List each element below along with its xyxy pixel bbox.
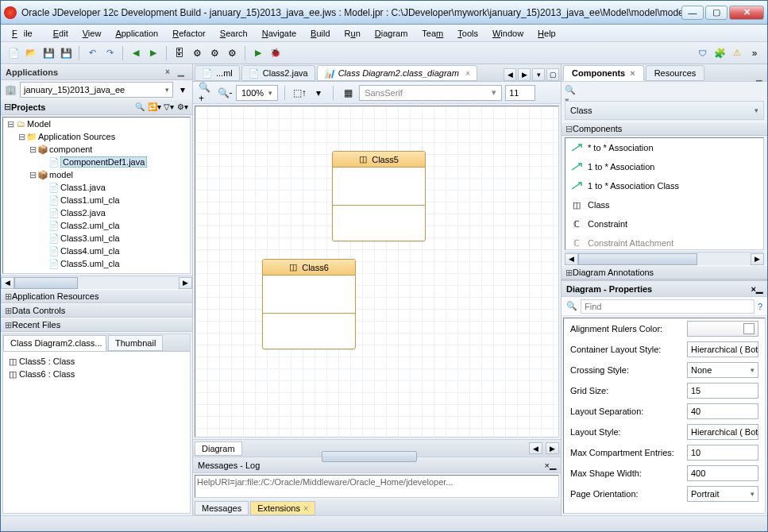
extension-icon[interactable]: 🧩 (712, 45, 727, 61)
shield-icon[interactable]: 🛡 (694, 45, 710, 61)
app-resources-accordion[interactable]: ⊞Application Resources (1, 289, 192, 303)
chevron-icon[interactable]: » (747, 45, 762, 61)
close-icon[interactable]: × (465, 69, 470, 78)
component-search[interactable]: 🔍▾ (562, 82, 767, 99)
class-box-class5[interactable]: ◫Class5 (332, 151, 426, 241)
save-all-icon[interactable]: 💾 (58, 45, 74, 61)
accordion-annotations[interactable]: ⊞Diagram Annotations (562, 265, 767, 279)
tree-file[interactable]: Class3.uml_cla (60, 233, 120, 243)
prop-value[interactable]: Portrait (687, 486, 758, 502)
editor-tab-class2[interactable]: 📄Class2.java (241, 65, 315, 81)
diagram-canvas[interactable]: ◫Class5 ◫Class6 (195, 106, 558, 437)
app-menu-icon[interactable]: ▾ (176, 83, 189, 96)
new-icon[interactable]: 📄 (6, 45, 21, 61)
prop-value[interactable]: None (687, 362, 758, 378)
comp-item[interactable]: ℂConstraint (565, 214, 763, 233)
tab-resources[interactable]: Resources (646, 65, 705, 81)
editor-tab-diagram[interactable]: 📊Class Diagram2.class_diagram× (317, 65, 477, 81)
options-icon[interactable]: ⚙▾ (176, 101, 189, 114)
scroll-right-icon[interactable]: ▶ (546, 442, 559, 454)
tree-file[interactable]: Class2.java (60, 208, 106, 218)
comp-item[interactable]: * to * Association (565, 138, 763, 157)
fit-icon[interactable]: ⬚↑ (291, 85, 307, 101)
recent-files-accordion[interactable]: ⊞Recent Files (1, 318, 192, 332)
align-icon[interactable]: ▦ (340, 85, 356, 101)
build2-icon[interactable]: ⚙ (206, 45, 222, 61)
zoom-in-icon[interactable]: 🔍+ (198, 85, 214, 101)
comp-item[interactable]: ℂConstraint Attachment (565, 233, 763, 250)
messages-tab-extensions[interactable]: Extensions× (250, 501, 315, 515)
minimize-icon[interactable]: ▁ (756, 72, 766, 81)
menu-build[interactable]: Build (304, 27, 336, 40)
comp-hscroll[interactable]: ◀▶ (565, 252, 764, 265)
zoom-out-icon[interactable]: 🔍- (217, 85, 233, 101)
tab-overview[interactable]: Class Diagram2.class... (3, 335, 106, 351)
application-selector[interactable]: january_15)2013_java_ee ▾ (20, 82, 173, 98)
prop-value[interactable]: 400 (687, 465, 758, 481)
redo-icon[interactable]: ↷ (102, 45, 118, 61)
maximize-button[interactable]: ▢ (705, 6, 727, 20)
editor-tab-xml[interactable]: 📄...ml (195, 65, 240, 81)
prop-value[interactable]: 10 (687, 445, 758, 461)
projects-tree[interactable]: ⊟🗂Model ⊟📁Application Sources ⊟📦componen… (2, 117, 191, 274)
menu-application[interactable]: Application (109, 27, 164, 40)
tree-component-pkg[interactable]: component (49, 145, 92, 154)
tab-next-icon[interactable]: ▶ (518, 68, 531, 81)
data-controls-accordion[interactable]: ⊞Data Controls (1, 303, 192, 318)
properties-find[interactable] (581, 299, 754, 314)
minimize-icon[interactable]: ▁ (550, 460, 556, 470)
menu-diagram[interactable]: Diagram (369, 27, 415, 40)
scroll-left-icon[interactable]: ◀ (529, 442, 542, 454)
back-icon[interactable]: ◀ (128, 45, 144, 61)
comp-item[interactable]: ◫Class (565, 195, 763, 214)
tree-app-sources[interactable]: Application Sources (38, 132, 115, 141)
tree-file[interactable]: Class2.uml_cla (60, 221, 120, 230)
tree-model-pkg[interactable]: model (49, 170, 73, 179)
messages-body[interactable]: HelpURI=jar:file:/C:/Oracle/Middleware/O… (195, 475, 559, 498)
save-icon[interactable]: 💾 (41, 45, 56, 61)
component-search-input[interactable] (576, 83, 764, 98)
tree-file[interactable]: Class1.java (60, 183, 106, 192)
tree-componentdef[interactable]: ComponentDef1.java (60, 156, 147, 168)
tab-thumbnail[interactable]: Thumbnail (108, 335, 163, 351)
build-icon[interactable]: ⚙ (189, 45, 205, 61)
tree-file[interactable]: Class1.uml_cla (60, 195, 120, 205)
messages-tab-messages[interactable]: Messages (195, 501, 249, 515)
run-icon[interactable]: ▶ (250, 45, 266, 61)
comp-item[interactable]: 1 to * Association (565, 157, 763, 176)
filter-icon[interactable]: ▽▾ (162, 101, 175, 114)
minimize-icon[interactable]: ▁ (178, 67, 187, 77)
class-box-class6[interactable]: ◫Class6 (262, 259, 356, 349)
tree-file[interactable]: Class4.uml_cla (60, 246, 120, 256)
menu-edit[interactable]: Edit (47, 27, 75, 40)
db-icon[interactable]: 🗄 (172, 45, 187, 61)
menu-window[interactable]: Window (486, 27, 530, 40)
prop-value[interactable]: 15 (687, 383, 758, 399)
toggle-icon[interactable]: 🔁▾ (148, 101, 160, 114)
minimize-icon[interactable]: ▁ (756, 283, 762, 294)
menu-navigate[interactable]: Navigate (256, 27, 303, 40)
component-category[interactable]: Class▾ (565, 101, 764, 120)
prop-value[interactable]: Hierarchical ( Bot (687, 424, 758, 440)
refresh-icon[interactable]: 🔍 (133, 101, 146, 114)
prop-value[interactable] (687, 321, 758, 337)
menu-run[interactable]: Run (338, 27, 367, 40)
structure-item[interactable]: Class5 : Class (19, 357, 75, 366)
menu-refactor[interactable]: Refactor (166, 27, 212, 40)
tree-hscroll[interactable]: ◀ ▶ (1, 276, 192, 289)
dropdown-icon[interactable]: ▾ (311, 85, 326, 101)
tree-model[interactable]: Model (27, 119, 51, 129)
comp-item[interactable]: 1 to * Association Class (565, 176, 763, 195)
tab-list-icon[interactable]: ▾ (532, 68, 545, 81)
menu-view[interactable]: View (76, 27, 108, 40)
open-icon[interactable]: 📂 (23, 45, 39, 61)
menu-tools[interactable]: Tools (451, 27, 484, 40)
menu-team[interactable]: Team (415, 27, 450, 40)
undo-icon[interactable]: ↶ (84, 45, 100, 61)
tab-components[interactable]: Components× (563, 65, 644, 81)
diagram-footer-tab[interactable]: Diagram (195, 441, 242, 456)
accordion-components[interactable]: ⊟Components (562, 121, 767, 136)
font-size-selector[interactable]: 11 (505, 85, 535, 101)
maximize-icon[interactable]: ▢ (546, 68, 559, 81)
close-icon[interactable]: × (165, 67, 175, 77)
